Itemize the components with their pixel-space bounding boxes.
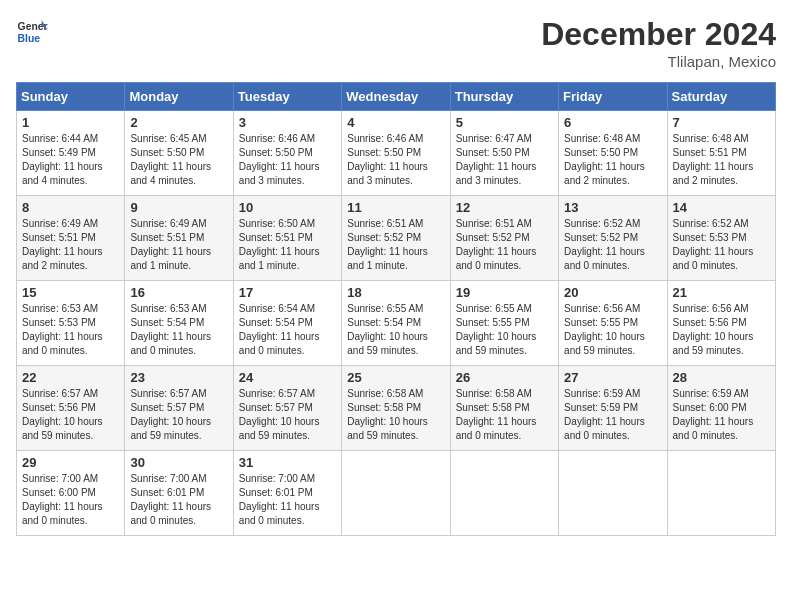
calendar-cell: 31 Sunrise: 7:00 AMSunset: 6:01 PMDaylig… [233,451,341,536]
day-number: 2 [130,115,227,130]
calendar-cell: 17 Sunrise: 6:54 AMSunset: 5:54 PMDaylig… [233,281,341,366]
logo: General Blue [16,16,48,48]
day-number: 19 [456,285,553,300]
day-number: 28 [673,370,770,385]
day-info: Sunrise: 6:49 AMSunset: 5:51 PMDaylight:… [130,217,227,273]
day-info: Sunrise: 6:51 AMSunset: 5:52 PMDaylight:… [347,217,444,273]
calendar-cell: 2 Sunrise: 6:45 AMSunset: 5:50 PMDayligh… [125,111,233,196]
day-number: 20 [564,285,661,300]
col-header-monday: Monday [125,83,233,111]
calendar-cell: 1 Sunrise: 6:44 AMSunset: 5:49 PMDayligh… [17,111,125,196]
location: Tlilapan, Mexico [541,53,776,70]
day-number: 23 [130,370,227,385]
page-header: General Blue December 2024 Tlilapan, Mex… [16,16,776,70]
day-info: Sunrise: 6:44 AMSunset: 5:49 PMDaylight:… [22,132,119,188]
day-info: Sunrise: 7:00 AMSunset: 6:00 PMDaylight:… [22,472,119,528]
col-header-thursday: Thursday [450,83,558,111]
day-info: Sunrise: 7:00 AMSunset: 6:01 PMDaylight:… [239,472,336,528]
calendar-cell [450,451,558,536]
day-number: 18 [347,285,444,300]
day-info: Sunrise: 6:49 AMSunset: 5:51 PMDaylight:… [22,217,119,273]
day-info: Sunrise: 6:52 AMSunset: 5:53 PMDaylight:… [673,217,770,273]
calendar-cell: 14 Sunrise: 6:52 AMSunset: 5:53 PMDaylig… [667,196,775,281]
day-number: 3 [239,115,336,130]
day-info: Sunrise: 6:46 AMSunset: 5:50 PMDaylight:… [239,132,336,188]
day-info: Sunrise: 6:48 AMSunset: 5:50 PMDaylight:… [564,132,661,188]
svg-text:Blue: Blue [18,33,41,44]
calendar-cell: 28 Sunrise: 6:59 AMSunset: 6:00 PMDaylig… [667,366,775,451]
week-row-3: 15 Sunrise: 6:53 AMSunset: 5:53 PMDaylig… [17,281,776,366]
day-info: Sunrise: 6:48 AMSunset: 5:51 PMDaylight:… [673,132,770,188]
calendar-cell: 9 Sunrise: 6:49 AMSunset: 5:51 PMDayligh… [125,196,233,281]
calendar-cell: 3 Sunrise: 6:46 AMSunset: 5:50 PMDayligh… [233,111,341,196]
day-number: 5 [456,115,553,130]
day-number: 11 [347,200,444,215]
day-number: 29 [22,455,119,470]
calendar-table: SundayMondayTuesdayWednesdayThursdayFrid… [16,82,776,536]
calendar-cell: 8 Sunrise: 6:49 AMSunset: 5:51 PMDayligh… [17,196,125,281]
week-row-2: 8 Sunrise: 6:49 AMSunset: 5:51 PMDayligh… [17,196,776,281]
week-row-4: 22 Sunrise: 6:57 AMSunset: 5:56 PMDaylig… [17,366,776,451]
calendar-cell: 23 Sunrise: 6:57 AMSunset: 5:57 PMDaylig… [125,366,233,451]
day-info: Sunrise: 6:51 AMSunset: 5:52 PMDaylight:… [456,217,553,273]
calendar-cell: 20 Sunrise: 6:56 AMSunset: 5:55 PMDaylig… [559,281,667,366]
calendar-cell: 7 Sunrise: 6:48 AMSunset: 5:51 PMDayligh… [667,111,775,196]
week-row-5: 29 Sunrise: 7:00 AMSunset: 6:00 PMDaylig… [17,451,776,536]
day-number: 22 [22,370,119,385]
day-number: 12 [456,200,553,215]
day-info: Sunrise: 7:00 AMSunset: 6:01 PMDaylight:… [130,472,227,528]
title-block: December 2024 Tlilapan, Mexico [541,16,776,70]
day-info: Sunrise: 6:47 AMSunset: 5:50 PMDaylight:… [456,132,553,188]
day-info: Sunrise: 6:57 AMSunset: 5:57 PMDaylight:… [130,387,227,443]
col-header-sunday: Sunday [17,83,125,111]
col-header-wednesday: Wednesday [342,83,450,111]
header-row: SundayMondayTuesdayWednesdayThursdayFrid… [17,83,776,111]
day-info: Sunrise: 6:55 AMSunset: 5:55 PMDaylight:… [456,302,553,358]
day-number: 24 [239,370,336,385]
day-info: Sunrise: 6:53 AMSunset: 5:53 PMDaylight:… [22,302,119,358]
day-number: 14 [673,200,770,215]
calendar-cell: 22 Sunrise: 6:57 AMSunset: 5:56 PMDaylig… [17,366,125,451]
day-number: 31 [239,455,336,470]
calendar-cell: 24 Sunrise: 6:57 AMSunset: 5:57 PMDaylig… [233,366,341,451]
day-info: Sunrise: 6:58 AMSunset: 5:58 PMDaylight:… [347,387,444,443]
calendar-cell: 21 Sunrise: 6:56 AMSunset: 5:56 PMDaylig… [667,281,775,366]
week-row-1: 1 Sunrise: 6:44 AMSunset: 5:49 PMDayligh… [17,111,776,196]
day-number: 25 [347,370,444,385]
calendar-cell: 15 Sunrise: 6:53 AMSunset: 5:53 PMDaylig… [17,281,125,366]
day-info: Sunrise: 6:50 AMSunset: 5:51 PMDaylight:… [239,217,336,273]
day-info: Sunrise: 6:56 AMSunset: 5:55 PMDaylight:… [564,302,661,358]
day-info: Sunrise: 6:59 AMSunset: 6:00 PMDaylight:… [673,387,770,443]
day-info: Sunrise: 6:52 AMSunset: 5:52 PMDaylight:… [564,217,661,273]
calendar-cell: 19 Sunrise: 6:55 AMSunset: 5:55 PMDaylig… [450,281,558,366]
day-number: 9 [130,200,227,215]
day-number: 27 [564,370,661,385]
calendar-cell: 27 Sunrise: 6:59 AMSunset: 5:59 PMDaylig… [559,366,667,451]
calendar-cell: 5 Sunrise: 6:47 AMSunset: 5:50 PMDayligh… [450,111,558,196]
day-info: Sunrise: 6:59 AMSunset: 5:59 PMDaylight:… [564,387,661,443]
day-info: Sunrise: 6:46 AMSunset: 5:50 PMDaylight:… [347,132,444,188]
day-number: 8 [22,200,119,215]
calendar-cell: 6 Sunrise: 6:48 AMSunset: 5:50 PMDayligh… [559,111,667,196]
calendar-cell: 10 Sunrise: 6:50 AMSunset: 5:51 PMDaylig… [233,196,341,281]
day-info: Sunrise: 6:45 AMSunset: 5:50 PMDaylight:… [130,132,227,188]
day-number: 13 [564,200,661,215]
calendar-cell: 4 Sunrise: 6:46 AMSunset: 5:50 PMDayligh… [342,111,450,196]
logo-icon: General Blue [16,16,48,48]
day-number: 21 [673,285,770,300]
col-header-friday: Friday [559,83,667,111]
day-info: Sunrise: 6:56 AMSunset: 5:56 PMDaylight:… [673,302,770,358]
day-info: Sunrise: 6:54 AMSunset: 5:54 PMDaylight:… [239,302,336,358]
month-title: December 2024 [541,16,776,53]
calendar-cell [559,451,667,536]
day-number: 26 [456,370,553,385]
day-number: 17 [239,285,336,300]
day-number: 1 [22,115,119,130]
calendar-cell: 29 Sunrise: 7:00 AMSunset: 6:00 PMDaylig… [17,451,125,536]
col-header-saturday: Saturday [667,83,775,111]
day-number: 10 [239,200,336,215]
day-number: 16 [130,285,227,300]
calendar-cell [667,451,775,536]
day-number: 4 [347,115,444,130]
day-info: Sunrise: 6:57 AMSunset: 5:57 PMDaylight:… [239,387,336,443]
